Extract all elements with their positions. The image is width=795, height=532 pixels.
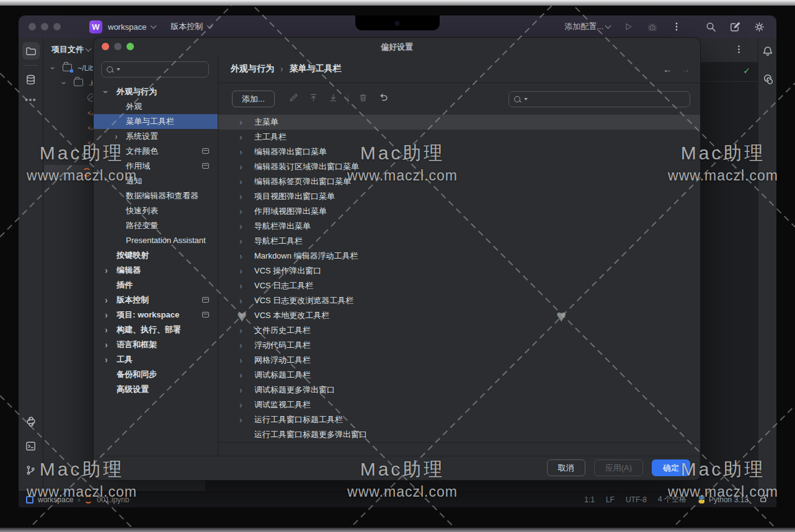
toolbar-list-item[interactable]: VCS 本地更改工具栏 bbox=[218, 308, 700, 323]
settings-tree-item[interactable]: 通知 bbox=[94, 174, 218, 188]
indent-widget[interactable]: 4 个空格 bbox=[658, 494, 686, 505]
expand-arrow-icon[interactable] bbox=[239, 412, 242, 427]
settings-search-input[interactable] bbox=[101, 61, 209, 78]
expand-arrow-icon[interactable] bbox=[239, 264, 242, 278]
search-everywhere-icon[interactable] bbox=[704, 20, 717, 33]
toolbar-list-item[interactable]: 文件历史工具栏 bbox=[218, 323, 700, 338]
ok-button[interactable]: 确定 bbox=[652, 459, 690, 476]
git-tool-window-button[interactable] bbox=[22, 461, 40, 479]
interpreter-widget[interactable]: Python 3.13 bbox=[698, 495, 748, 504]
toolbar-list-item[interactable]: 调试标题工具栏 bbox=[218, 368, 700, 383]
share-edit-icon[interactable] bbox=[729, 20, 741, 33]
expand-arrow-icon[interactable] bbox=[105, 263, 108, 278]
apply-button[interactable]: 应用(A) bbox=[594, 459, 643, 476]
expand-arrow-icon[interactable] bbox=[239, 204, 242, 219]
minimize-button[interactable] bbox=[41, 23, 48, 30]
settings-tree-item[interactable]: 菜单与工具栏 bbox=[94, 114, 218, 129]
more-tool-windows-button[interactable]: ••• bbox=[25, 94, 37, 105]
settings-tree-item[interactable]: 高级设置 bbox=[94, 382, 218, 397]
project-tool-window-button[interactable] bbox=[22, 42, 40, 60]
settings-tree-item[interactable]: 语言和框架 bbox=[94, 337, 218, 352]
toolbar-list-item[interactable]: 编辑器装订区域弹出窗口菜单 bbox=[218, 159, 700, 174]
database-tool-window-button[interactable] bbox=[22, 71, 40, 88]
vcs-widget[interactable]: 版本控制 bbox=[171, 21, 212, 32]
expand-arrow-icon[interactable] bbox=[239, 308, 242, 323]
move-up-icon[interactable] bbox=[308, 92, 319, 105]
toolbar-list-item[interactable]: 主工具栏 bbox=[218, 130, 700, 144]
toolbar-list-item[interactable]: 作用域视图弹出菜单 bbox=[218, 204, 700, 219]
expand-arrow-icon[interactable] bbox=[105, 308, 108, 322]
toolbar-list-item[interactable]: 浮动代码工具栏 bbox=[218, 338, 700, 353]
expand-arrow-icon[interactable] bbox=[239, 219, 242, 234]
settings-tree-item[interactable]: 构建、执行、部署 bbox=[94, 322, 218, 337]
cancel-button[interactable]: 取消 bbox=[547, 459, 585, 476]
settings-tree-item[interactable]: Presentation Assistant bbox=[94, 233, 218, 248]
settings-tree-item[interactable]: 版本控制 bbox=[94, 293, 218, 308]
more-actions-kebab-icon[interactable] bbox=[670, 20, 683, 33]
expand-arrow-icon[interactable] bbox=[239, 249, 242, 264]
run-configuration-selector[interactable]: 添加配置... bbox=[564, 21, 610, 32]
line-ending-widget[interactable]: LF bbox=[606, 495, 615, 504]
expand-arrow-icon[interactable] bbox=[239, 278, 242, 293]
expand-arrow-icon[interactable] bbox=[239, 130, 242, 144]
expand-arrow-icon[interactable] bbox=[239, 338, 242, 353]
toolbar-list-item[interactable]: 调试监视工具栏 bbox=[218, 397, 700, 412]
toolbar-list-item[interactable]: VCS 日志工具栏 bbox=[218, 278, 700, 293]
statusbar-module[interactable]: workspace bbox=[38, 495, 73, 504]
toolbar-list-item[interactable]: 网格浮动工具栏 bbox=[218, 353, 700, 368]
notifications-bell-icon[interactable] bbox=[762, 45, 774, 60]
edit-pencil-icon[interactable] bbox=[288, 92, 299, 105]
run-button[interactable] bbox=[622, 20, 634, 33]
expand-arrow-icon[interactable] bbox=[239, 368, 242, 383]
list-filter-input[interactable] bbox=[509, 91, 690, 107]
settings-tree-item[interactable]: 备份和同步 bbox=[94, 367, 218, 382]
toolbar-list-item[interactable]: 导航栏弹出菜单 bbox=[218, 219, 700, 234]
back-arrow-icon[interactable] bbox=[663, 64, 672, 74]
statusbar-file[interactable]: 001.ipynb bbox=[97, 495, 129, 504]
expand-arrow-icon[interactable] bbox=[105, 352, 108, 367]
toolbar-list-item[interactable]: 编辑器弹出窗口菜单 bbox=[218, 144, 700, 159]
toolbar-list-item[interactable]: 主菜单 bbox=[218, 115, 700, 130]
expand-arrow-icon[interactable] bbox=[239, 383, 242, 397]
settings-tree-item[interactable]: 工具 bbox=[94, 352, 218, 367]
expand-arrow-icon[interactable] bbox=[239, 189, 242, 204]
ai-assistant-icon[interactable] bbox=[762, 73, 774, 87]
toolbar-list-item[interactable]: 项目视图弹出窗口菜单 bbox=[218, 189, 700, 204]
expand-arrow-icon[interactable] bbox=[239, 234, 242, 249]
expand-arrow-icon[interactable] bbox=[105, 337, 108, 352]
expand-arrow-icon[interactable]: › bbox=[56, 82, 71, 84]
revert-undo-icon[interactable] bbox=[378, 92, 389, 106]
expand-arrow-icon[interactable] bbox=[115, 129, 118, 144]
settings-tree-item[interactable]: 按键映射 bbox=[94, 248, 218, 263]
toolbar-list-item[interactable]: 编辑器标签页弹出窗口菜单 bbox=[218, 174, 700, 189]
settings-tree-item[interactable]: 路径变量 bbox=[94, 218, 218, 233]
zoom-button[interactable] bbox=[53, 23, 61, 30]
add-button[interactable]: 添加... bbox=[232, 91, 275, 107]
caret-position-widget[interactable]: 1:1 bbox=[584, 495, 595, 504]
expand-arrow-icon[interactable] bbox=[239, 323, 242, 338]
editor-kebab-icon[interactable] bbox=[734, 45, 744, 56]
settings-tree-item[interactable]: 作用域 bbox=[94, 159, 218, 174]
expand-arrow-icon[interactable] bbox=[239, 353, 242, 368]
expand-arrow-icon[interactable] bbox=[239, 174, 242, 189]
toolbar-list-item[interactable]: 运行工具窗口标题更多弹出窗口 bbox=[218, 427, 700, 442]
delete-trash-icon[interactable] bbox=[358, 92, 368, 105]
settings-tree-item[interactable]: 数据编辑器和查看器 bbox=[94, 188, 218, 203]
help-button[interactable]: ? bbox=[104, 461, 118, 476]
settings-tree-item[interactable]: 编辑器 bbox=[94, 263, 218, 278]
settings-tree-item[interactable]: 插件 bbox=[94, 278, 218, 293]
debug-button[interactable] bbox=[646, 20, 659, 33]
settings-tree-item[interactable]: 快速列表 bbox=[94, 203, 218, 218]
settings-tree-item[interactable]: 外观与行为 bbox=[94, 84, 218, 99]
expand-arrow-icon[interactable] bbox=[239, 293, 242, 308]
toolbar-list-item[interactable]: Markdown 编辑器浮动工具栏 bbox=[218, 249, 700, 264]
settings-tree-item[interactable]: 项目: workspace bbox=[94, 308, 218, 322]
expand-arrow-icon[interactable] bbox=[105, 293, 108, 308]
settings-tree-item[interactable]: 系统设置 bbox=[94, 129, 218, 144]
toolbar-list-item[interactable]: VCS 日志更改浏览器工具栏 bbox=[218, 293, 700, 308]
close-button[interactable] bbox=[29, 23, 36, 30]
move-down-icon[interactable] bbox=[328, 92, 339, 105]
settings-gear-icon[interactable] bbox=[753, 20, 765, 33]
toolbar-list-item[interactable]: 运行工具窗口标题工具栏 bbox=[218, 412, 700, 427]
project-widget[interactable]: workspace bbox=[108, 22, 156, 32]
